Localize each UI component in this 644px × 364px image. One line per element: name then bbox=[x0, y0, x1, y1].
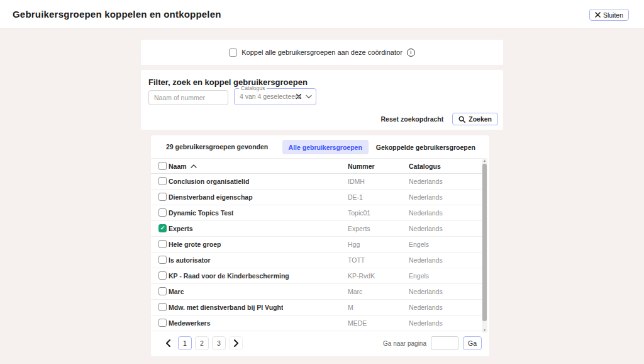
row-name: Is autorisator bbox=[169, 253, 211, 268]
table-scrollbar[interactable]: ▲ ▼ bbox=[482, 158, 487, 333]
catalog-select[interactable]: Catalogus 4 van 4 geselecteerd bbox=[234, 88, 316, 105]
table-row: ExpertsExpertsNederlands bbox=[151, 221, 482, 237]
goto-page-label: Ga naar pagina bbox=[383, 340, 426, 347]
row-name: Marc bbox=[169, 284, 184, 299]
table-row: MedewerkersMEDENederlands bbox=[151, 316, 482, 331]
row-name: Medewerkers bbox=[169, 316, 211, 331]
coordinator-checkbox-label: Koppel alle gebruikersgroepen aan deze c… bbox=[242, 48, 402, 56]
row-checkbox[interactable] bbox=[158, 240, 167, 248]
result-count: 29 gebruikersgroepen gevonden bbox=[166, 135, 268, 158]
column-header-naam[interactable]: Naam bbox=[169, 159, 187, 174]
dialog-gebruikersgroepen: Gebruikersgroepen koppelen en ontkoppele… bbox=[0, 0, 644, 364]
dialog-header: Gebruikersgroepen koppelen en ontkoppele… bbox=[0, 0, 644, 29]
close-button[interactable]: Sluiten bbox=[589, 9, 629, 21]
row-checkbox[interactable] bbox=[158, 271, 167, 280]
column-header-nummer[interactable]: Nummer bbox=[348, 159, 375, 174]
table-row: Conclusion organisatielidIDMHNederlands bbox=[151, 174, 482, 190]
coordinator-checkbox[interactable] bbox=[229, 48, 237, 57]
row-cat: Nederlands bbox=[409, 300, 443, 315]
row-name: Dienstverband eigenschap bbox=[169, 190, 253, 205]
search-button[interactable]: Zoeken bbox=[452, 113, 498, 125]
row-cat: Engels bbox=[409, 237, 429, 252]
row-checkbox[interactable] bbox=[158, 224, 167, 232]
chevron-down-icon[interactable] bbox=[306, 94, 312, 99]
table-body: Conclusion organisatielidIDMHNederlandsD… bbox=[151, 174, 482, 331]
row-name: Conclusion organisatielid bbox=[169, 174, 249, 189]
row-cat: Nederlands bbox=[409, 221, 443, 236]
table-header-row: Naam Nummer Catalogus bbox=[151, 158, 482, 174]
row-num: Topic01 bbox=[348, 205, 370, 220]
sort-asc-icon[interactable] bbox=[191, 164, 197, 168]
next-page-button[interactable] bbox=[229, 336, 243, 350]
usergroups-table-card: 29 gebruikersgroepen gevonden Alle gebru… bbox=[151, 135, 489, 356]
row-name: Mdw. met dienstverband bij PI Vught bbox=[169, 300, 283, 315]
row-num: DE-1 bbox=[348, 190, 363, 205]
row-num: Marc bbox=[348, 284, 362, 299]
table-tabs: Alle gebruikersgroepen Gekoppelde gebrui… bbox=[282, 140, 482, 154]
table-row: Dienstverband eigenschapDE-1Nederlands bbox=[151, 190, 482, 205]
goto-page: Ga naar pagina Ga bbox=[383, 336, 482, 350]
page-title: Gebruikersgroepen koppelen en ontkoppele… bbox=[13, 0, 221, 29]
search-icon bbox=[458, 116, 465, 123]
search-button-label: Zoeken bbox=[469, 115, 492, 123]
page-button-1[interactable]: 1 bbox=[178, 336, 192, 350]
tab-gekoppelde-gebruikersgroepen[interactable]: Gekoppelde gebruikersgroepen bbox=[370, 140, 482, 154]
row-cat: Nederlands bbox=[409, 253, 443, 268]
row-num: TOTT bbox=[348, 253, 365, 268]
page-button-2[interactable]: 2 bbox=[195, 336, 209, 350]
row-num: Experts bbox=[348, 221, 370, 236]
scroll-down-icon[interactable]: ▼ bbox=[482, 327, 487, 333]
row-cat: Nederlands bbox=[409, 205, 443, 220]
table-row: Hele grote groepHggEngels bbox=[151, 237, 482, 253]
row-num: KP-RvdK bbox=[348, 268, 375, 283]
row-name: Experts bbox=[169, 221, 193, 236]
go-button[interactable]: Ga bbox=[463, 336, 482, 350]
row-name: Hele grote groep bbox=[169, 237, 221, 252]
name-search-input[interactable] bbox=[148, 90, 228, 105]
table-row: Dynamic Topics TestTopic01Nederlands bbox=[151, 205, 482, 221]
row-checkbox[interactable] bbox=[158, 287, 167, 295]
row-cat: Engels bbox=[409, 268, 429, 283]
table-row: KP - Raad voor de KinderbeschermingKP-Rv… bbox=[151, 268, 482, 284]
row-cat: Nederlands bbox=[409, 174, 443, 189]
row-checkbox[interactable] bbox=[158, 319, 167, 327]
reset-search-link[interactable]: Reset zoekopdracht bbox=[380, 115, 443, 123]
clear-icon[interactable] bbox=[296, 93, 302, 100]
table-row: Mdw. met dienstverband bij PI VughtMNede… bbox=[151, 300, 482, 316]
row-cat: Nederlands bbox=[409, 284, 443, 299]
goto-page-input[interactable] bbox=[431, 336, 458, 350]
row-num: M bbox=[348, 300, 353, 315]
filter-panel: Filter, zoek en koppel gebruikersgroepen… bbox=[141, 70, 503, 130]
tab-alle-gebruikersgroepen[interactable]: Alle gebruikersgroepen bbox=[282, 140, 369, 154]
row-checkbox[interactable] bbox=[158, 193, 167, 201]
catalog-select-value: 4 van 4 geselecteerd bbox=[240, 89, 301, 104]
row-num: MEDE bbox=[348, 316, 367, 331]
row-cat: Nederlands bbox=[409, 190, 443, 205]
coordinator-panel: Koppel alle gebruikersgroepen aan deze c… bbox=[141, 40, 503, 65]
info-icon[interactable] bbox=[407, 48, 415, 57]
table-row: Is autorisatorTOTTNederlands bbox=[151, 253, 482, 268]
filter-heading: Filter, zoek en koppel gebruikersgroepen bbox=[148, 77, 308, 87]
row-checkbox[interactable] bbox=[158, 256, 167, 264]
scroll-up-icon[interactable]: ▲ bbox=[482, 158, 487, 163]
previous-page-button[interactable] bbox=[161, 336, 175, 350]
row-num: Hgg bbox=[348, 237, 360, 252]
column-header-catalogus[interactable]: Catalogus bbox=[409, 159, 441, 174]
row-checkbox[interactable] bbox=[158, 303, 167, 311]
scrollbar-thumb[interactable] bbox=[482, 164, 487, 321]
row-num: IDMH bbox=[348, 174, 365, 189]
page-button-3[interactable]: 3 bbox=[212, 336, 226, 350]
row-cat: Nederlands bbox=[409, 316, 443, 331]
close-button-label: Sluiten bbox=[603, 11, 623, 19]
table-row: MarcMarcNederlands bbox=[151, 284, 482, 300]
row-name: KP - Raad voor de Kinderbescherming bbox=[169, 268, 289, 283]
pagination: 1 2 3 bbox=[161, 336, 243, 350]
row-name: Dynamic Topics Test bbox=[169, 205, 233, 220]
row-checkbox[interactable] bbox=[158, 208, 167, 217]
row-checkbox[interactable] bbox=[158, 177, 167, 185]
select-all-checkbox[interactable] bbox=[158, 162, 167, 170]
close-icon bbox=[595, 12, 601, 18]
